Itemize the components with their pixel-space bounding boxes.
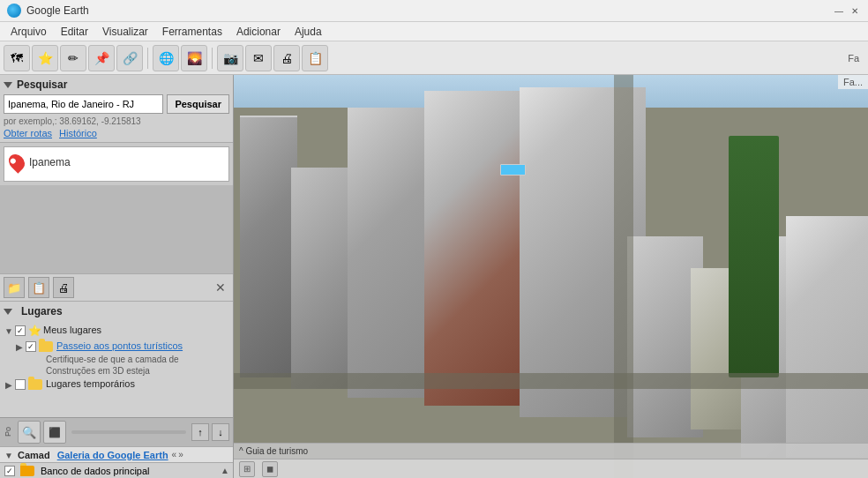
toolbar-landscape-btn[interactable]: 🌄 (181, 45, 207, 71)
my-places-checkbox[interactable] (15, 325, 26, 336)
nav-view-btn[interactable]: ⬛ (43, 421, 66, 444)
search-input-row: Pesquisar (4, 94, 229, 114)
gallery-prev[interactable]: « (172, 450, 177, 459)
building-1 (240, 116, 297, 377)
tour-item-container: ▶ Passeio aos pontos turísticos Certifiq… (4, 339, 229, 377)
map-nav-icon-1[interactable]: ⊞ (239, 461, 255, 477)
app-title: Google Earth (26, 4, 89, 17)
result-name: Ipanema (29, 156, 71, 168)
banco-folder-icon (20, 466, 34, 476)
my-places-item[interactable]: ▼ ⭐ Meus lugares (4, 323, 229, 339)
close-button[interactable]: ✕ (849, 4, 861, 17)
menu-editar[interactable]: Editar (54, 24, 95, 40)
temp-places-item[interactable]: ▶ Lugares temporários (4, 377, 229, 392)
menu-visualizar[interactable]: Visualizar (95, 24, 155, 40)
nav-left-label: Po (4, 427, 12, 437)
my-places-label: Meus lugares (43, 325, 101, 335)
green-strip (729, 136, 780, 377)
temp-checkbox[interactable] (15, 379, 26, 390)
gallery-label[interactable]: Galeria do Google Earth (57, 450, 168, 460)
search-button[interactable]: Pesquisar (167, 94, 229, 114)
toolbar-clipboard-btn[interactable]: 📋 (302, 45, 328, 71)
places-section: Lugares ▼ ⭐ Meus lugares ▶ Passeio aos p… (0, 302, 233, 417)
tour-sublabel: Certifique-se de que a camada de Constru… (46, 354, 229, 377)
search-header: Pesquisar (4, 78, 229, 91)
search-hint: por exemplo,: 38.69162, -9.215813 (4, 116, 229, 126)
menu-ferramentas[interactable]: Ferramentas (155, 24, 229, 40)
my-places-star-icon: ⭐ (28, 325, 41, 337)
my-places-expander[interactable]: ▼ (4, 325, 14, 336)
map-nav-icon-2[interactable]: ◼ (262, 461, 278, 477)
tour-item[interactable]: ▶ Passeio aos pontos turísticos (14, 339, 229, 354)
nav-down-arrow[interactable]: ↓ (212, 423, 229, 441)
toolbar-right-label: Fa (842, 53, 864, 63)
tour-expander[interactable]: ▶ (14, 341, 25, 352)
banco-checkbox[interactable] (4, 466, 15, 476)
temp-folder-icon (28, 379, 42, 390)
result-item-ipanema[interactable]: Ipanema (8, 151, 225, 174)
toolbar-globe-btn[interactable]: 🌐 (153, 45, 179, 71)
search-collapse-icon[interactable] (4, 82, 12, 88)
app-icon (7, 4, 21, 18)
banco-item[interactable]: Banco de dados principal ▲ (0, 463, 233, 478)
temp-expander[interactable]: ▶ (4, 379, 14, 390)
close-search-btn[interactable]: ✕ (212, 280, 229, 295)
history-link[interactable]: Histórico (59, 128, 97, 138)
toolbar-pencil-btn[interactable]: ✏ (60, 45, 86, 71)
pin-icon (5, 151, 27, 173)
map-bottom-bar: ⊞ ◼ (234, 459, 868, 478)
toolbar: 🗺 ⭐ ✏ 📌 🔗 🌐 🌄 📷 ✉ 🖨 📋 Fa (0, 41, 868, 75)
building-9 (786, 216, 868, 458)
gallery-next[interactable]: » (178, 450, 183, 459)
nav-up-arrow[interactable]: ↑ (191, 423, 209, 441)
banco-scroll[interactable]: ▲ (221, 466, 229, 475)
gallery-arrows: « » (172, 450, 183, 459)
menu-bar: Arquivo Editar Visualizar Ferramentas Ad… (0, 22, 868, 41)
tour-checkbox[interactable] (26, 341, 36, 352)
tour-folder-icon (39, 341, 53, 352)
copy-btn[interactable]: 📋 (28, 277, 49, 298)
title-bar: Google Earth — ✕ (0, 0, 868, 22)
road-vertical (614, 75, 633, 478)
search-gray-area (0, 185, 233, 273)
map-area[interactable]: Fa... ^ Guia de turismo ⊞ ◼ (234, 75, 868, 478)
search-links: Obter rotas Histórico (4, 128, 229, 138)
minimize-button[interactable]: — (833, 4, 845, 17)
toolbar-pin-btn[interactable]: 📌 (88, 45, 115, 71)
menu-arquivo[interactable]: Arquivo (4, 24, 54, 40)
menu-ajuda[interactable]: Ajuda (288, 24, 329, 40)
places-header: Lugares (4, 305, 229, 317)
search-input[interactable] (4, 94, 163, 114)
rooftop-pool (500, 164, 526, 176)
search-results: Ipanema (4, 146, 229, 182)
banco-label: Banco de dados principal (41, 466, 150, 476)
toolbar-star-btn[interactable]: ⭐ (32, 45, 58, 71)
tour-label[interactable]: Passeio aos pontos turísticos (56, 340, 183, 351)
places-collapse-icon[interactable] (4, 309, 12, 315)
menu-adicionar[interactable]: Adicionar (229, 24, 288, 40)
collapse-label: ^ Guia de turismo (239, 446, 308, 456)
places-title: Lugares (21, 305, 63, 317)
main-layout: Pesquisar Pesquisar por exemplo,: 38.691… (0, 75, 868, 478)
toolbar-link-btn[interactable]: 🔗 (116, 45, 143, 71)
print-btn[interactable]: 🖨 (53, 277, 74, 298)
toolbar-separator-2 (212, 48, 213, 69)
nav-area: Po 🔍 ⬛ ↑ ↓ (0, 417, 233, 446)
nav-slider[interactable] (71, 430, 186, 434)
toolbar-camera-btn[interactable]: 📷 (217, 45, 243, 71)
toolbar-separator-1 (147, 48, 148, 69)
layers-expander[interactable]: ▼ (4, 450, 14, 460)
bottom-collapse-tab[interactable]: ^ Guia de turismo (234, 443, 868, 459)
get-routes-link[interactable]: Obter rotas (4, 128, 52, 138)
left-panel: Pesquisar Pesquisar por exemplo,: 38.691… (0, 75, 234, 478)
search-title: Pesquisar (17, 78, 67, 91)
gallery-bar: ▼ Camad Galeria do Google Earth « » (0, 447, 233, 463)
aerial-city-view (234, 75, 868, 478)
layers-area: ▼ Camad Galeria do Google Earth « » Banc… (0, 446, 233, 478)
folder-btn[interactable]: 📁 (4, 277, 25, 298)
window-controls: — ✕ (833, 4, 861, 17)
toolbar-map-btn[interactable]: 🗺 (4, 45, 30, 71)
toolbar-email-btn[interactable]: ✉ (245, 45, 272, 71)
toolbar-print-btn[interactable]: 🖨 (273, 45, 300, 71)
nav-zoom-btn[interactable]: 🔍 (18, 421, 41, 444)
